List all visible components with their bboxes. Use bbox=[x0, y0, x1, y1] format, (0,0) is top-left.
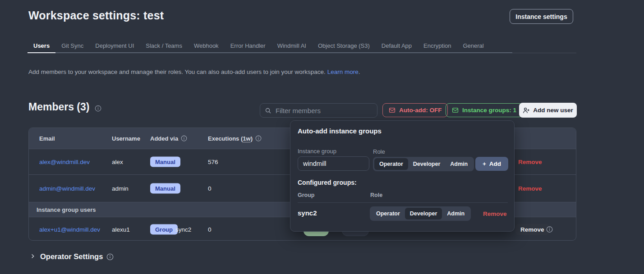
tab-encryption[interactable]: Encryption bbox=[418, 39, 457, 53]
member-username: admin bbox=[112, 185, 129, 192]
add-new-user-label: Add new user bbox=[533, 107, 573, 114]
role-label: Role bbox=[373, 148, 385, 155]
auto-add-label: Auto-add: OFF bbox=[399, 107, 442, 114]
column-header-username: Username bbox=[112, 128, 140, 149]
tab-object-storage[interactable]: Object Storage (S3) bbox=[312, 39, 376, 53]
intro-description: Add members to your workspace and manage… bbox=[28, 68, 326, 75]
add-new-user-button[interactable]: Add new user bbox=[519, 103, 577, 118]
instance-settings-button[interactable]: Instance settings bbox=[510, 9, 573, 24]
added-via-badge: Manual bbox=[150, 183, 180, 194]
filter-members-input[interactable] bbox=[276, 107, 373, 114]
configured-groups-heading: Configured groups: bbox=[298, 179, 357, 186]
intro-text: Add members to your workspace and manage… bbox=[28, 68, 360, 75]
add-group-label: Add bbox=[489, 160, 501, 167]
role-segmented-control: Operator Developer Admin bbox=[370, 206, 471, 221]
member-executions: 0 bbox=[208, 226, 212, 233]
chevron-right-icon bbox=[30, 253, 37, 260]
info-icon[interactable] bbox=[95, 105, 101, 112]
member-username: alex bbox=[112, 159, 123, 165]
tab-users[interactable]: Users bbox=[28, 39, 55, 53]
remove-member-button[interactable]: Remove bbox=[518, 185, 542, 192]
member-email-link[interactable]: alex+u1@windmill.dev bbox=[39, 226, 100, 233]
added-via-label: Added via bbox=[150, 135, 178, 142]
role-option-developer[interactable]: Developer bbox=[405, 208, 442, 219]
info-icon[interactable] bbox=[255, 135, 262, 142]
member-username: alexu1 bbox=[112, 226, 130, 233]
member-executions: 0 bbox=[208, 185, 212, 192]
auto-add-instance-groups-popover: Auto-add instance groups Instance group … bbox=[290, 120, 515, 232]
role-option-admin[interactable]: Admin bbox=[445, 158, 473, 170]
operator-settings-label: Operator Settings bbox=[40, 252, 103, 261]
executions-label: Executions (1w) bbox=[208, 135, 253, 142]
remove-member-button[interactable]: Remove bbox=[518, 159, 542, 165]
user-plus-icon bbox=[523, 107, 529, 114]
filter-members-input-wrap bbox=[260, 103, 377, 118]
tab-error-handler[interactable]: Error Handler bbox=[225, 39, 271, 53]
remove-group-button[interactable]: Remove bbox=[483, 210, 507, 217]
added-via-badge: Group bbox=[150, 224, 178, 234]
settings-tab-bar: Users Git Sync Deployment UI Slack / Tea… bbox=[28, 39, 490, 53]
tab-git-sync[interactable]: Git Sync bbox=[55, 39, 89, 53]
column-header-added-via: Added via bbox=[150, 128, 188, 149]
added-via-badge: Manual bbox=[150, 157, 180, 167]
learn-more-link[interactable]: Learn more bbox=[327, 68, 359, 75]
member-email-link[interactable]: admin@windmill.dev bbox=[39, 185, 95, 192]
configured-column-role: Role bbox=[370, 192, 382, 198]
member-email-link[interactable]: alex@windmill.dev bbox=[39, 159, 90, 165]
role-option-operator[interactable]: Operator bbox=[371, 208, 405, 219]
members-heading: Members (3) bbox=[28, 101, 89, 113]
auto-add-button[interactable]: Auto-add: OFF bbox=[382, 103, 448, 117]
plus-icon: + bbox=[483, 160, 486, 167]
column-header-executions: Executions (1w) bbox=[208, 128, 262, 149]
tab-general[interactable]: General bbox=[457, 39, 489, 53]
tab-webhook[interactable]: Webhook bbox=[188, 39, 225, 53]
divider bbox=[298, 202, 508, 203]
search-icon bbox=[265, 107, 271, 114]
instance-groups-label: Instance groups: 1 bbox=[462, 107, 516, 114]
instance-groups-button[interactable]: Instance groups: 1 bbox=[446, 103, 523, 117]
tabs-underline-extension bbox=[512, 53, 576, 53]
configured-group-name: sync2 bbox=[298, 209, 317, 217]
role-option-developer[interactable]: Developer bbox=[408, 158, 445, 170]
column-header-email: Email bbox=[39, 128, 55, 149]
tab-windmill-ai[interactable]: Windmill AI bbox=[271, 39, 312, 53]
role-option-admin[interactable]: Admin bbox=[442, 208, 469, 219]
info-icon[interactable] bbox=[546, 226, 553, 233]
mail-icon bbox=[389, 107, 396, 114]
configured-column-group: Group bbox=[298, 192, 315, 198]
tab-slack-teams[interactable]: Slack / Teams bbox=[140, 39, 188, 53]
add-group-button[interactable]: + Add bbox=[475, 157, 508, 171]
instance-group-input[interactable] bbox=[298, 156, 369, 171]
member-executions: 576 bbox=[208, 159, 218, 165]
role-segmented-control: Operator Developer Admin bbox=[373, 157, 474, 171]
instance-group-label: Instance group bbox=[298, 148, 336, 155]
remove-member-button[interactable]: Remove bbox=[515, 224, 549, 235]
intro-period: . bbox=[359, 68, 360, 75]
section-label: Instance group users bbox=[37, 206, 96, 213]
page-title: Workspace settings: test bbox=[28, 9, 164, 22]
tab-deployment-ui[interactable]: Deployment UI bbox=[89, 39, 140, 53]
popover-title: Auto-add instance groups bbox=[298, 127, 382, 135]
role-option-operator[interactable]: Operator bbox=[374, 158, 408, 170]
info-icon[interactable] bbox=[181, 135, 188, 142]
info-icon[interactable] bbox=[106, 253, 113, 260]
tab-default-app[interactable]: Default App bbox=[376, 39, 418, 53]
operator-settings-toggle[interactable]: Operator Settings bbox=[30, 252, 113, 261]
member-group-name: sync2 bbox=[175, 226, 191, 233]
mail-icon bbox=[452, 107, 459, 114]
